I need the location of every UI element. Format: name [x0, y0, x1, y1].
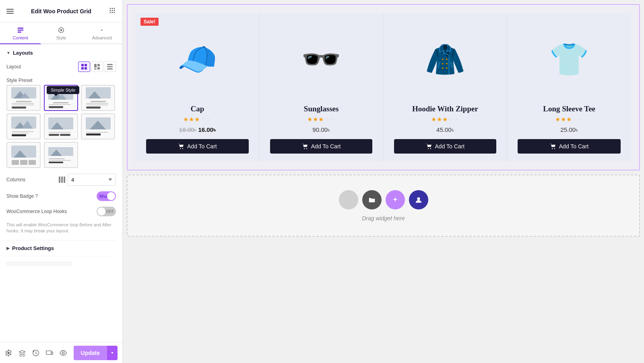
sale-badge: Sale!	[140, 18, 159, 26]
add-to-cart-button[interactable]: Add To Cart	[146, 139, 248, 154]
layers-icon[interactable]	[19, 349, 26, 357]
product-image: 🧢	[140, 19, 254, 100]
svg-rect-10	[17, 30, 23, 31]
add-to-cart-button[interactable]: Add To Cart	[270, 139, 372, 154]
tab-advanced[interactable]: Advanced	[82, 23, 122, 44]
product-image: 👕	[512, 19, 626, 100]
svg-rect-15	[85, 64, 87, 66]
preset-item-8[interactable]	[44, 142, 78, 168]
columns-icon	[59, 176, 65, 183]
layout-masonry-icon[interactable]	[91, 62, 103, 72]
product-emoji: 🧥	[425, 43, 465, 76]
svg-rect-9	[17, 28, 23, 29]
svg-rect-14	[81, 64, 84, 66]
star-filled: ★	[442, 116, 448, 123]
drag-widget-text: Drag widget here	[362, 215, 405, 221]
svg-point-13	[101, 29, 103, 31]
tab-style[interactable]: Style	[41, 23, 81, 44]
product-settings-section[interactable]: ▶ Product Settings	[6, 240, 116, 256]
style-preset-control-row: Style Preset	[6, 78, 116, 83]
svg-point-5	[114, 10, 115, 11]
woo-hooks-control-row: WooCommerce Loop Hooks OFF	[6, 207, 116, 216]
user-avatar-icon[interactable]	[409, 190, 428, 209]
product-settings-label: Product Settings	[12, 245, 54, 251]
show-badge-toggle-switch[interactable]: Show	[97, 191, 116, 201]
update-button-group: Update	[74, 346, 118, 360]
woo-hooks-toggle-switch[interactable]: OFF	[97, 207, 116, 216]
star-filled: ★	[561, 116, 566, 123]
layouts-section-header[interactable]: ▼ Layouts	[6, 50, 116, 56]
preset-item-6[interactable]	[81, 113, 115, 139]
star-filled: ★	[183, 116, 189, 123]
svg-rect-19	[97, 64, 100, 66]
svg-point-34	[304, 148, 305, 149]
bottom-icons-group	[5, 349, 67, 357]
preset-item-5[interactable]	[44, 113, 78, 139]
sparkle-icon[interactable]	[386, 190, 405, 209]
woo-hooks-note: This will enable WooCommerce loop Before…	[6, 222, 116, 234]
columns-dropdown[interactable]: 412356	[68, 174, 116, 186]
woo-hooks-label: WooCommerce Loop Hooks	[6, 209, 67, 214]
star-filled: ★	[307, 116, 313, 123]
tab-content[interactable]: Content	[0, 23, 41, 44]
product-card: Sale! 🧢 Cap ★★★★★ 18.00৳16.00৳ Add To Ca…	[136, 13, 260, 162]
svg-point-2	[114, 8, 115, 9]
product-name: Cap	[190, 105, 204, 113]
product-name: Sunglasses	[304, 105, 339, 113]
menu-hamburger[interactable]	[6, 9, 14, 14]
product-stars: ★★★★★	[307, 116, 335, 123]
preset-item-3[interactable]	[81, 85, 115, 111]
columns-label: Columns	[6, 177, 25, 183]
update-chevron-button[interactable]	[107, 346, 118, 360]
panel-header: Edit Woo Product Grid	[0, 0, 122, 23]
svg-point-6	[110, 12, 111, 13]
grid-dots-icon[interactable]	[109, 7, 116, 16]
preset-item-4[interactable]	[6, 113, 41, 139]
layouts-chevron-icon: ▼	[6, 51, 10, 55]
price: 25.00৳	[560, 126, 578, 133]
product-stars: ★★★★★	[431, 116, 459, 123]
layout-control-row: Layout	[6, 62, 116, 72]
price: 45.00৳	[436, 126, 454, 133]
svg-rect-21	[97, 67, 100, 70]
preview-icon[interactable]	[60, 349, 67, 357]
layout-list-icon[interactable]	[104, 62, 116, 72]
add-to-cart-button[interactable]: Add To Cart	[518, 139, 620, 154]
star-empty: ★	[572, 116, 578, 123]
star-empty: ★	[454, 116, 459, 123]
svg-point-0	[110, 8, 111, 9]
product-grid: Sale! 🧢 Cap ★★★★★ 18.00৳16.00৳ Add To Ca…	[136, 13, 631, 162]
show-badge-toggle-label: Show	[99, 194, 111, 199]
panel-content: ▼ Layouts Layout	[0, 44, 122, 342]
history-icon[interactable]	[32, 349, 39, 357]
woo-hooks-toggle[interactable]: OFF	[97, 207, 116, 216]
folder-icon[interactable]	[362, 190, 382, 209]
add-widget-icon[interactable]	[339, 190, 358, 209]
preset-item-1[interactable]	[6, 85, 41, 111]
update-button[interactable]: Update	[74, 346, 107, 360]
product-image: 🕶️	[264, 19, 378, 100]
style-preset-tooltip: Simple Style	[47, 86, 79, 94]
star-filled: ★	[437, 116, 442, 123]
show-badge-toggle[interactable]: Show	[97, 191, 116, 201]
svg-point-36	[428, 148, 429, 149]
product-card: 👕 Long Sleeve Tee ★★★★★ 25.00৳ Add To Ca…	[507, 13, 631, 162]
svg-point-3	[110, 10, 111, 11]
svg-point-4	[112, 10, 113, 11]
responsive-icon[interactable]	[46, 349, 53, 357]
product-stars: ★★★★★	[555, 116, 583, 123]
star-empty: ★	[324, 116, 330, 123]
preset-item-7[interactable]	[6, 142, 41, 168]
layout-grid-icon[interactable]	[78, 62, 90, 72]
add-to-cart-button[interactable]: Add To Cart	[394, 139, 496, 154]
star-filled: ★	[555, 116, 561, 123]
svg-point-40	[417, 197, 420, 200]
star-empty: ★	[200, 116, 206, 123]
woo-hooks-toggle-label: OFF	[106, 209, 114, 214]
star-filled: ★	[566, 116, 572, 123]
product-settings-chevron-icon: ▶	[6, 246, 10, 251]
settings-icon[interactable]	[5, 349, 12, 357]
product-emoji: 🕶️	[301, 43, 341, 76]
svg-rect-29	[46, 351, 52, 354]
right-panel: Sale! 🧢 Cap ★★★★★ 18.00৳16.00৳ Add To Ca…	[123, 0, 644, 363]
